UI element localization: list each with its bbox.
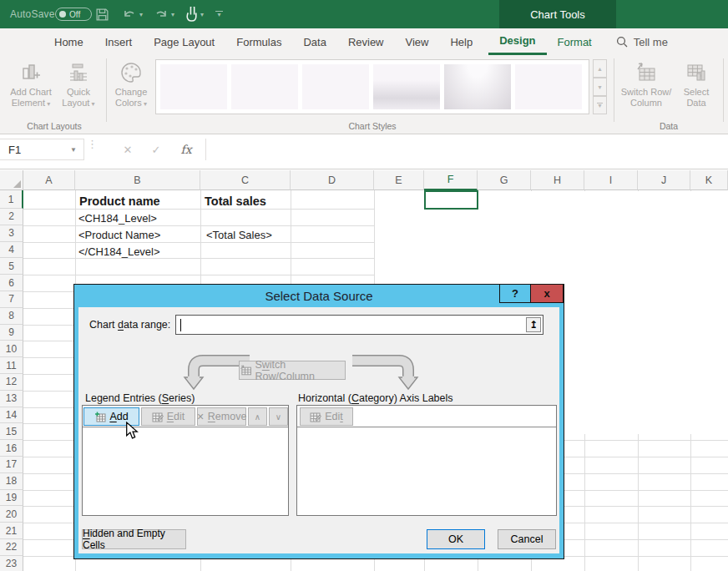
tab-formulas[interactable]: Formulas <box>225 28 292 55</box>
undo-button[interactable]: ▾ <box>122 0 143 28</box>
redo-button[interactable]: ▾ <box>154 0 174 28</box>
range-collapse-button[interactable]: ↥ <box>526 317 541 332</box>
touch-mouse-mode-button[interactable]: ▾ <box>185 0 204 28</box>
redo-caret-icon[interactable]: ▾ <box>171 11 174 18</box>
cell-B2[interactable]: <CH184_Level> <box>78 212 157 225</box>
row-header-9[interactable]: 9 <box>0 325 23 341</box>
row-header-18[interactable]: 18 <box>0 473 23 490</box>
chart-style-thumbnail[interactable] <box>160 64 227 109</box>
selected-cell-F1[interactable] <box>424 190 478 210</box>
move-down-button[interactable]: ∨ <box>269 407 288 426</box>
tab-home[interactable]: Home <box>43 28 94 55</box>
select-all-corner[interactable] <box>0 170 23 190</box>
select-data-ribbon-button[interactable]: Select Data <box>675 58 718 122</box>
cell-C3[interactable]: <Total Sales> <box>206 229 272 241</box>
switch-row-column-dialog-button[interactable]: Switch Row/Column <box>239 361 346 380</box>
tab-insert[interactable]: Insert <box>94 28 144 55</box>
chart-style-thumbnail[interactable] <box>444 64 511 109</box>
edit-series-button[interactable]: Edit <box>141 407 195 426</box>
autosave-toggle-pill[interactable]: Off <box>55 8 92 21</box>
row-header-21[interactable]: 21 <box>0 523 23 539</box>
cell-B4[interactable]: </CH184_Level> <box>78 245 160 258</box>
row-header-12[interactable]: 12 <box>0 374 23 391</box>
tab-design[interactable]: Design <box>488 28 546 55</box>
chart-style-thumbnail[interactable] <box>302 64 369 109</box>
switch-row-column-ribbon-button[interactable]: Switch Row/ Column <box>619 58 673 122</box>
column-header-E[interactable]: E <box>374 170 424 190</box>
hidden-and-empty-cells-button[interactable]: Hidden and Empty Cells <box>82 529 186 549</box>
add-chart-element-button[interactable]: Add Chart Element <box>7 58 55 122</box>
tab-page-layout[interactable]: Page Layout <box>143 28 225 55</box>
dialog-help-button[interactable]: ? <box>499 284 530 303</box>
cell-B3[interactable]: <Product Name> <box>78 229 160 241</box>
row-header-19[interactable]: 19 <box>0 490 23 507</box>
tab-review[interactable]: Review <box>337 28 395 55</box>
column-header-D[interactable]: D <box>291 170 374 190</box>
row-header-6[interactable]: 6 <box>0 275 23 291</box>
tab-format[interactable]: Format <box>547 28 603 55</box>
legend-entries-list[interactable]: Add Edit ✕ Remove ∧ <box>82 405 289 516</box>
cell-B1[interactable]: Product name <box>79 195 160 208</box>
save-button[interactable] <box>95 0 109 28</box>
column-header-C[interactable]: C <box>200 170 291 190</box>
autosave-toggle[interactable]: Off <box>55 0 92 28</box>
row-header-11[interactable]: 11 <box>0 357 23 374</box>
tab-view[interactable]: View <box>395 28 440 55</box>
chart-data-range-input[interactable]: ↥ <box>175 315 543 335</box>
row-header-2[interactable]: 2 <box>0 209 23 225</box>
column-header-G[interactable]: G <box>478 170 531 190</box>
formula-bar-grip[interactable]: ⋮ <box>87 142 98 147</box>
tab-help[interactable]: Help <box>439 28 483 55</box>
column-header-F[interactable]: F <box>424 170 478 190</box>
dialog-close-button[interactable]: x <box>530 284 564 303</box>
chart-style-thumbnail[interactable] <box>373 64 440 109</box>
column-header-B[interactable]: B <box>75 170 200 190</box>
insert-function-button[interactable]: fx <box>174 139 199 160</box>
row-header-16[interactable]: 16 <box>0 440 23 457</box>
cell-C1[interactable]: Total sales <box>205 195 266 208</box>
row-header-15[interactable]: 15 <box>0 423 23 440</box>
column-header-H[interactable]: H <box>531 170 584 190</box>
column-header-A[interactable]: A <box>23 170 75 190</box>
ok-button[interactable]: OK <box>427 529 485 549</box>
undo-caret-icon[interactable]: ▾ <box>139 11 143 18</box>
row-header-23[interactable]: 23 <box>0 556 23 571</box>
tab-data[interactable]: Data <box>292 28 336 55</box>
chart-styles-gallery[interactable] <box>155 59 589 114</box>
row-header-20[interactable]: 20 <box>0 506 23 523</box>
row-header-8[interactable]: 8 <box>0 308 23 325</box>
axis-labels-list[interactable]: Edit <box>296 405 557 516</box>
gallery-more-button[interactable]: ▼ <box>593 96 607 114</box>
column-header-K[interactable]: K <box>690 170 728 190</box>
cancel-button[interactable]: Cancel <box>498 529 556 549</box>
row-header-4[interactable]: 4 <box>0 242 23 259</box>
tell-me-box[interactable]: Tell me <box>616 28 668 55</box>
gallery-scroll-down-button[interactable]: ▼ <box>593 78 607 96</box>
chart-style-thumbnail[interactable] <box>231 64 298 109</box>
column-header-J[interactable]: J <box>638 170 690 190</box>
row-header-3[interactable]: 3 <box>0 225 23 242</box>
move-up-button[interactable]: ∧ <box>248 407 267 426</box>
quick-layout-button[interactable]: Quick Layout <box>55 58 102 122</box>
row-header-22[interactable]: 22 <box>0 539 23 556</box>
chart-style-thumbnail[interactable] <box>515 64 582 109</box>
row-header-1[interactable]: 1 <box>0 190 23 209</box>
formula-input[interactable] <box>209 139 726 160</box>
touch-mode-caret-icon[interactable]: ▾ <box>200 11 204 18</box>
remove-series-button[interactable]: ✕ Remove <box>197 407 246 426</box>
cancel-entry-button[interactable]: ✕ <box>115 139 140 160</box>
gallery-scroll-up-button[interactable]: ▲ <box>593 59 607 78</box>
row-header-7[interactable]: 7 <box>0 291 23 308</box>
row-header-5[interactable]: 5 <box>0 258 23 275</box>
change-colors-button[interactable]: Change Colors <box>109 58 153 122</box>
name-box-caret-icon[interactable]: ▼ <box>70 146 77 154</box>
name-box[interactable]: F1 ▼ <box>0 139 84 160</box>
row-header-10[interactable]: 10 <box>0 341 23 357</box>
dialog-title[interactable]: Select Data Source <box>74 285 564 307</box>
row-header-17[interactable]: 17 <box>0 457 23 473</box>
column-header-I[interactable]: I <box>584 170 638 190</box>
edit-axis-labels-button[interactable]: Edit <box>300 407 353 426</box>
enter-entry-button[interactable]: ✓ <box>144 139 169 160</box>
row-header-14[interactable]: 14 <box>0 407 23 424</box>
row-header-13[interactable]: 13 <box>0 391 23 407</box>
